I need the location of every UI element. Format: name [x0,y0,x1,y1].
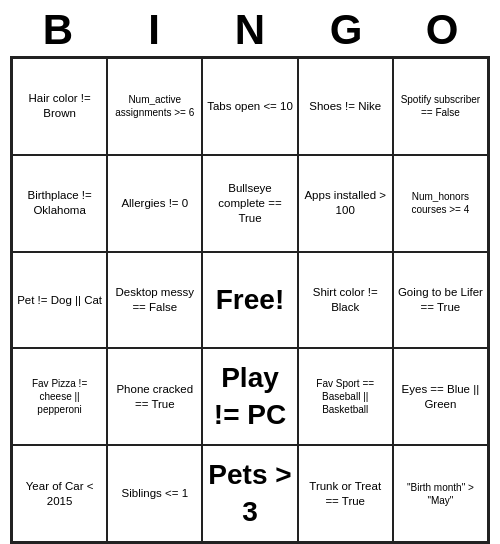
cell-1: Num_active assignments >= 6 [107,58,202,155]
header-i: I [114,6,194,54]
cell-13: Shirt color != Black [298,252,393,349]
cell-17: Play != PC [202,348,297,445]
cell-10: Pet != Dog || Cat [12,252,107,349]
cell-7: Bullseye complete == True [202,155,297,252]
cell-21: Siblings <= 1 [107,445,202,542]
bingo-grid: Hair color != BrownNum_active assignment… [10,56,490,544]
cell-16: Phone cracked == True [107,348,202,445]
cell-24: "Birth month" > "May" [393,445,488,542]
cell-4: Spotify subscriber == False [393,58,488,155]
cell-14: Going to be Lifer == True [393,252,488,349]
cell-6: Allergies != 0 [107,155,202,252]
cell-5: Birthplace != Oklahoma [12,155,107,252]
cell-11: Desktop messy == False [107,252,202,349]
cell-18: Fav Sport == Baseball || Basketball [298,348,393,445]
cell-8: Apps installed > 100 [298,155,393,252]
header-b: B [18,6,98,54]
cell-15: Fav Pizza != cheese || pepperoni [12,348,107,445]
cell-23: Trunk or Treat == True [298,445,393,542]
cell-19: Eyes == Blue || Green [393,348,488,445]
cell-9: Num_honors courses >= 4 [393,155,488,252]
header-o: O [402,6,482,54]
cell-3: Shoes != Nike [298,58,393,155]
cell-12: Free! [202,252,297,349]
cell-0: Hair color != Brown [12,58,107,155]
header-n: N [210,6,290,54]
cell-2: Tabs open <= 10 [202,58,297,155]
cell-22: Pets > 3 [202,445,297,542]
header-g: G [306,6,386,54]
cell-20: Year of Car < 2015 [12,445,107,542]
bingo-header: B I N G O [10,0,490,56]
